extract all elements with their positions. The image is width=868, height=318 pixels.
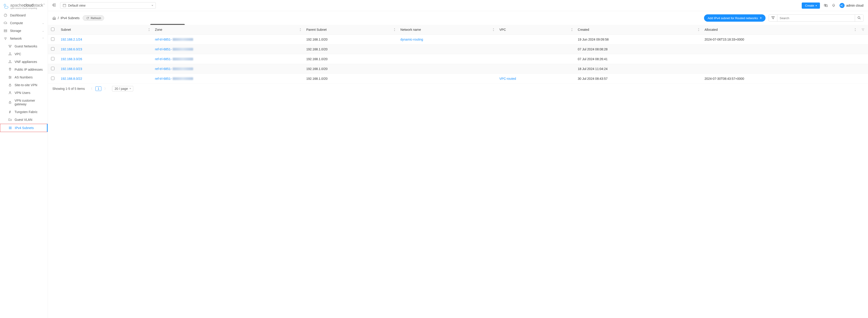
svg-point-0 xyxy=(4,6,8,8)
select-all-checkbox[interactable] xyxy=(51,28,55,31)
sidebar-item-dashboard[interactable]: Dashboard xyxy=(0,11,48,19)
sidebar-item-label: VNF appliances xyxy=(14,60,37,64)
chevron-down-icon: ⌄ xyxy=(42,22,44,24)
sidebar-item-label: Site-to-site VPN xyxy=(14,83,37,87)
svg-rect-22 xyxy=(63,4,66,7)
parent-subnet-cell: 192.168.1.0/20 xyxy=(303,35,397,45)
branch-icon xyxy=(8,60,12,64)
subnets-table: Subnet▲▼ Zone▲▼ Parent Subnet▲▼ Network … xyxy=(48,25,868,84)
sidebar-item-public-ip[interactable]: Public IP addresses xyxy=(0,66,48,74)
table-row: 192.168.3.0/26ref-trl-6851-192.168.1.0/2… xyxy=(48,54,868,64)
breadcrumb-separator: / xyxy=(58,16,59,20)
subnet-link[interactable]: 192.168.3.0/26 xyxy=(61,57,82,61)
zone-link[interactable]: ref-trl-6851- xyxy=(155,77,172,81)
allocated-cell: 2024-07-30T08:43:57+0000 xyxy=(701,74,858,84)
parent-subnet-cell: 192.168.1.0/20 xyxy=(303,54,397,64)
sidebar-item-vpn-users[interactable]: VPN Users xyxy=(0,89,48,97)
sidebar-item-network[interactable]: Network ⌃ xyxy=(0,35,48,42)
sidebar-item-label: IPv4 Subnets xyxy=(15,126,34,130)
subnet-link[interactable]: 192.168.0.0/23 xyxy=(61,67,82,71)
row-checkbox[interactable] xyxy=(51,37,55,41)
brand-logo[interactable]: apachecloudstack™ open source cloud comp… xyxy=(0,0,48,11)
column-header-network-name[interactable]: Network name▲▼ xyxy=(397,25,496,35)
sidebar-item-label: Compute xyxy=(10,21,23,25)
zone-link[interactable]: ref-trl-6851- xyxy=(155,57,172,61)
subnet-link[interactable]: 192.168.2.1/24 xyxy=(61,38,82,41)
sidebar-item-vnf-appliances[interactable]: VNF appliances xyxy=(0,58,48,66)
row-checkbox[interactable] xyxy=(51,57,55,60)
column-header-subnet[interactable]: Subnet▲▼ xyxy=(58,25,152,35)
svg-point-5 xyxy=(5,39,6,40)
main-content: Default view Create ▾ AC admin cloud / I… xyxy=(48,0,868,318)
cloudstack-logo-icon xyxy=(3,2,9,10)
sidebar-item-vpn-customer-gateway[interactable]: VPN customer gateway xyxy=(0,97,48,108)
brand-word-1: apache xyxy=(10,3,24,7)
parent-subnet-cell: 192.168.1.0/20 xyxy=(303,64,397,74)
allocated-cell xyxy=(701,54,858,64)
sidebar-item-site-to-site-vpn[interactable]: Site-to-site VPN xyxy=(0,81,48,89)
showing-text: Showing 1-5 of 5 items xyxy=(52,87,85,90)
page-number[interactable]: 1 xyxy=(95,86,101,91)
zone-link[interactable]: ref-trl-6851- xyxy=(155,67,172,71)
svg-point-14 xyxy=(11,62,11,63)
subnet-link[interactable]: 192.168.6.0/23 xyxy=(61,48,82,51)
prev-page-button[interactable]: 〈 xyxy=(88,86,94,91)
search-button[interactable] xyxy=(855,15,863,22)
row-checkbox[interactable] xyxy=(51,67,55,70)
svg-rect-3 xyxy=(4,30,7,31)
page-size-selector[interactable]: 20 / page xyxy=(112,86,133,91)
sidebar-item-compute[interactable]: Compute ⌄ xyxy=(0,19,48,27)
column-header-parent-subnet[interactable]: Parent Subnet▲▼ xyxy=(303,25,397,35)
home-icon[interactable] xyxy=(52,16,56,20)
sidebar-item-ipv4-subnets[interactable]: IPv4 Subnets xyxy=(0,124,48,132)
redacted-text xyxy=(173,77,193,80)
network-link[interactable]: dynamic-routing xyxy=(400,38,423,41)
vpc-link[interactable]: VPC-routed xyxy=(499,77,516,81)
sidebar-item-guest-vlan[interactable]: Guest VLAN xyxy=(0,116,48,123)
sidebar-item-tungsten-fabric[interactable]: Tungsten Fabric xyxy=(0,108,48,116)
create-button[interactable]: Create ▾ xyxy=(802,2,820,9)
sidebar-item-storage[interactable]: Storage ⌄ xyxy=(0,27,48,35)
sidebar-item-guest-networks[interactable]: Guest Networks xyxy=(0,42,48,50)
created-cell: 18 Jul 2024 11:04:24 xyxy=(575,64,702,74)
bell-icon[interactable] xyxy=(832,4,835,7)
refresh-label: Refresh xyxy=(91,17,101,20)
sidebar-item-label: Network xyxy=(10,37,22,40)
column-header-vpc[interactable]: VPC▲▼ xyxy=(496,25,575,35)
column-settings[interactable] xyxy=(858,25,868,35)
translate-icon[interactable] xyxy=(824,4,828,7)
brand-word-3: stack xyxy=(33,3,43,7)
sidebar-item-label: VPN customer gateway xyxy=(14,99,44,106)
sort-icon: ▲▼ xyxy=(571,28,573,32)
column-header-allocated[interactable]: Allocated▲▼ xyxy=(701,25,858,35)
page-size-label: 20 / page xyxy=(115,87,128,90)
filter-button[interactable] xyxy=(769,15,777,22)
wifi-icon xyxy=(4,37,7,40)
row-checkbox[interactable] xyxy=(51,47,55,51)
user-menu[interactable]: AC admin cloud xyxy=(840,3,864,8)
subnet-link[interactable]: 192.168.8.0/22 xyxy=(61,77,82,81)
sidebar-item-as-numbers[interactable]: AS Numbers xyxy=(0,74,48,81)
refresh-button[interactable]: Refresh xyxy=(83,15,104,21)
add-subnet-button[interactable]: Add IPv4 subnet for Routed networks + xyxy=(704,15,766,22)
view-selector-label: Default view xyxy=(68,4,85,7)
row-checkbox[interactable] xyxy=(51,77,55,80)
column-header-zone[interactable]: Zone▲▼ xyxy=(152,25,303,35)
menu-toggle-icon[interactable] xyxy=(52,3,57,8)
svg-point-16 xyxy=(9,76,9,77)
column-header-created[interactable]: Created▲▼ xyxy=(575,25,702,35)
view-selector[interactable]: Default view xyxy=(60,2,156,9)
table-container: Click to sort ascending Subnet▲▼ Zone▲▼ … xyxy=(48,25,868,84)
zone-link[interactable]: ref-trl-6851- xyxy=(155,48,172,51)
svg-rect-4 xyxy=(4,31,7,32)
search-input[interactable] xyxy=(777,15,855,22)
sidebar-item-vpc[interactable]: VPC xyxy=(0,50,48,58)
next-page-button[interactable]: 〉 xyxy=(103,86,109,91)
avatar: AC xyxy=(840,3,844,8)
sidebar-item-label: Public IP addresses xyxy=(14,68,42,71)
sort-icon: ▲▼ xyxy=(854,28,856,32)
zone-link[interactable]: ref-trl-6851- xyxy=(155,38,172,41)
table-row: 192.168.8.0/22ref-trl-6851-192.168.1.0/2… xyxy=(48,74,868,84)
svg-rect-19 xyxy=(9,85,11,86)
svg-point-20 xyxy=(9,92,11,93)
